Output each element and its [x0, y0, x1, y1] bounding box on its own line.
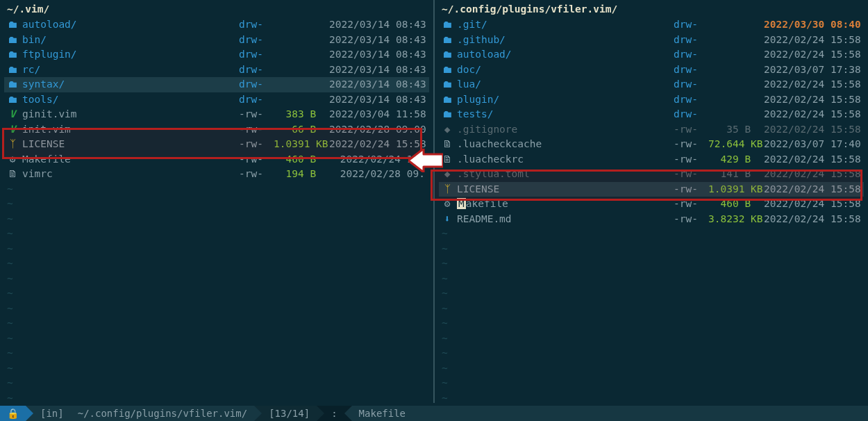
file-name: .github/	[457, 33, 596, 47]
file-size: 429 B	[708, 153, 764, 167]
empty-line: ~	[4, 286, 429, 302]
list-item[interactable]: 🖿lua/drw-2022/02/24 15:58	[439, 77, 864, 92]
list-item[interactable]: 🗎.luacheckcache-rw-72.644 KB2022/03/07 1…	[439, 137, 864, 152]
empty-line: ~	[439, 242, 864, 257]
status-position: [13/14]	[262, 406, 317, 421]
file-perm: -rw-	[674, 183, 708, 197]
list-item[interactable]: 🖿tools/drw-2022/03/14 08:43	[4, 92, 429, 108]
file-perm: drw-	[239, 18, 274, 32]
empty-line: ~	[4, 376, 429, 391]
file-date: 2022/02/24 15:58	[764, 197, 861, 211]
empty-line: ~	[4, 346, 429, 361]
list-item[interactable]: ◆.stylua.toml-rw-141 B 2022/02/24 15:58	[439, 167, 864, 182]
file-name: autoload/	[457, 48, 596, 62]
file-date: 2022/03/14 08:43	[329, 18, 426, 32]
list-item[interactable]: 🗎vimrc-rw-194 B 2022/02/28 09.	[4, 167, 429, 182]
file-name: autoload/	[22, 18, 161, 32]
file-date: 2022/02/24 15:58	[764, 93, 861, 107]
file-date: 2022/03/14 08:43	[329, 78, 426, 92]
list-item[interactable]: ⚙Makefile-rw-460 B 2022/02/24 15:58	[439, 197, 864, 212]
empty-line: ~	[439, 376, 864, 391]
list-item[interactable]: 🖿syntax/drw-2022/03/14 08:43	[4, 77, 429, 92]
list-item[interactable]: 🖿.git/drw-2022/03/30 08:40	[439, 17, 864, 33]
file-name: .luacheckrc	[457, 153, 596, 167]
file-perm: -rw-	[674, 213, 708, 226]
list-item[interactable]: Vginit.vim-rw-383 B 2022/03/04 11:58	[4, 107, 429, 122]
empty-line: ~	[4, 226, 429, 242]
list-item[interactable]: 🖿doc/drw-2022/03/07 17:38	[439, 63, 864, 78]
file-perm: -rw-	[674, 197, 708, 211]
file-date: 2022/02/24 15:58	[764, 78, 861, 92]
right-pane[interactable]: ~/.config/plugins/vfiler.vim/ 🖿.git/drw-…	[435, 0, 868, 403]
list-item[interactable]: 🖿autoload/drw-2022/02/24 15:58	[439, 47, 864, 63]
file-date: 2022/03/30 08:40	[764, 18, 861, 32]
list-item[interactable]: 🖿autoload/drw-2022/03/14 08:43	[4, 17, 429, 33]
file-perm: -rw-	[239, 123, 274, 137]
md-icon: ⬇	[442, 213, 453, 226]
list-item[interactable]: ◆.gitignore-rw-35 B 2022/02/24 15:58	[439, 122, 864, 138]
list-item[interactable]: 🖿rc/drw-2022/03/14 08:43	[4, 63, 429, 78]
gear-icon: ⚙	[442, 197, 453, 211]
file-size: 1.0391 KB	[274, 138, 329, 151]
file-perm: drw-	[239, 33, 274, 47]
file-perm: drw-	[239, 93, 274, 107]
file-date: 2022/03/04 11:58	[329, 108, 426, 122]
list-item[interactable]: 🖿plugin/drw-2022/02/24 15:58	[439, 92, 864, 108]
file-date: 2022/02/28 09:00	[329, 123, 426, 137]
list-item[interactable]: 🗎.luacheckrc-rw-429 B 2022/02/24 15:58	[439, 152, 864, 167]
file-name: rc/	[22, 63, 161, 77]
list-item[interactable]: ᛉLICENSE-rw-1.0391 KB2022/02/24 15:58	[4, 137, 429, 152]
left-file-list[interactable]: 🖿autoload/drw-2022/03/14 08:43🖿bin/drw-2…	[4, 17, 429, 182]
list-item[interactable]: Vinit.vim-rw-66 B 2022/02/28 09:00	[4, 122, 429, 138]
file-date: 2022/02/24 15:58	[764, 108, 861, 122]
list-item[interactable]: 🖿ftplugin/drw-2022/03/14 08:43	[4, 47, 429, 63]
list-item[interactable]: ⬇README.md-rw-3.8232 KB2022/02/24 15:58	[439, 212, 864, 227]
left-path-header: ~/.vim/	[4, 2, 429, 17]
file-perm: drw-	[239, 78, 274, 92]
file-perm: drw-	[674, 48, 708, 62]
file-name: tests/	[457, 108, 596, 122]
list-item[interactable]: ⚙Makefile-rw-460 B 2022/02/24 15:	[4, 152, 429, 167]
empty-line: ~	[439, 361, 864, 377]
folder-icon: 🖿	[7, 63, 18, 77]
file-date: 2022/03/14 08:43	[329, 93, 426, 107]
file-date: 2022/02/24 15:58	[764, 153, 861, 167]
split-container: ~/.vim/ 🖿autoload/drw-2022/03/14 08:43🖿b…	[0, 0, 868, 403]
left-pane[interactable]: ~/.vim/ 🖿autoload/drw-2022/03/14 08:43🖿b…	[0, 0, 433, 403]
folder-icon: 🖿	[7, 78, 18, 92]
file-date: 2022/02/24 15:58	[764, 183, 861, 197]
empty-line: ~	[4, 272, 429, 287]
folder-icon: 🖿	[7, 33, 18, 47]
folder-icon: 🖿	[7, 93, 18, 107]
list-item[interactable]: 🖿.github/drw-2022/02/24 15:58	[439, 33, 864, 48]
file-date: 2022/03/07 17:40	[764, 138, 861, 151]
file-perm: drw-	[674, 63, 708, 77]
file-name: tools/	[22, 93, 161, 107]
list-item[interactable]: 🖿bin/drw-2022/03/14 08:43	[4, 33, 429, 48]
file-perm: drw-	[674, 108, 708, 122]
gear-icon: ⚙	[7, 153, 18, 167]
file-size: 1.0391 KB	[708, 183, 764, 197]
file-size: 460 B	[274, 153, 329, 167]
file-name: bin/	[22, 33, 161, 47]
status-tag: [in]	[33, 406, 71, 421]
folder-icon: 🖿	[442, 63, 453, 77]
file-name: .stylua.toml	[457, 167, 596, 181]
status-sep: :	[324, 406, 344, 421]
folder-icon: 🖿	[442, 93, 453, 107]
list-item[interactable]: ᛉLICENSE-rw-1.0391 KB2022/02/24 15:58	[439, 182, 864, 197]
file-perm: -rw-	[239, 167, 274, 181]
empty-line: ~	[439, 256, 864, 272]
doc-icon: 🗎	[7, 167, 18, 181]
right-file-list[interactable]: 🖿.git/drw-2022/03/30 08:40🖿.github/drw-2…	[439, 17, 864, 226]
file-size: 383 B	[274, 108, 329, 122]
empty-line: ~	[439, 316, 864, 331]
file-name: lua/	[457, 78, 596, 92]
empty-line: ~	[4, 212, 429, 227]
file-size: 35 B	[708, 123, 764, 137]
empty-line: ~	[4, 391, 429, 406]
right-path-header: ~/.config/plugins/vfiler.vim/	[439, 2, 864, 17]
list-item[interactable]: 🖿tests/drw-2022/02/24 15:58	[439, 107, 864, 122]
empty-line: ~	[4, 361, 429, 377]
empty-line: ~	[4, 331, 429, 347]
